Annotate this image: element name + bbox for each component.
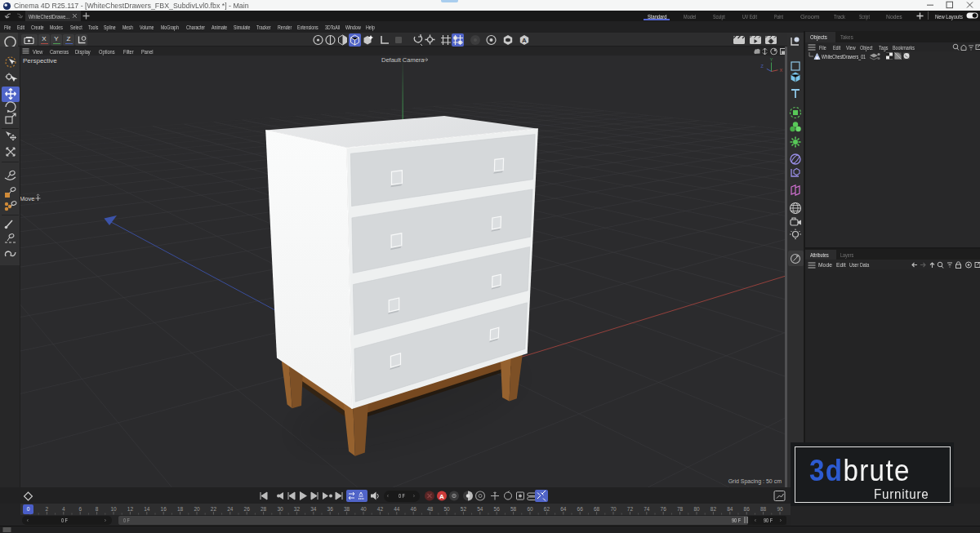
svg-text:4: 4	[62, 506, 65, 512]
svg-text:20: 20	[194, 506, 200, 512]
svg-text:58: 58	[510, 506, 517, 512]
svg-text:84: 84	[727, 506, 733, 512]
svg-text:80: 80	[693, 506, 700, 512]
svg-text:Move: Move	[20, 195, 34, 202]
svg-text:76: 76	[661, 506, 667, 512]
svg-text:Perspective: Perspective	[23, 57, 57, 64]
svg-text:34: 34	[310, 506, 317, 512]
svg-text:16: 16	[161, 506, 167, 512]
svg-text:56: 56	[494, 506, 501, 512]
svg-text:40: 40	[360, 506, 367, 512]
svg-text:32: 32	[294, 506, 301, 512]
svg-text:22: 22	[211, 506, 217, 512]
svg-text:82: 82	[710, 506, 717, 512]
svg-text:66: 66	[577, 506, 584, 512]
svg-text:78: 78	[677, 506, 684, 512]
svg-text:X: X	[780, 68, 783, 73]
svg-text:46: 46	[411, 506, 417, 512]
svg-text:60: 60	[527, 506, 533, 512]
svg-text:Grid Spacing : 50 cm: Grid Spacing : 50 cm	[728, 478, 782, 485]
svg-text:70: 70	[610, 506, 617, 512]
svg-text:24: 24	[227, 506, 234, 512]
svg-text:12: 12	[127, 506, 134, 512]
svg-text:62: 62	[544, 506, 550, 512]
svg-text:8: 8	[96, 506, 99, 512]
svg-text:36: 36	[327, 506, 334, 512]
svg-text:28: 28	[261, 506, 267, 512]
svg-text:26: 26	[244, 506, 251, 512]
svg-text:44: 44	[394, 506, 400, 512]
svg-text:64: 64	[560, 506, 567, 512]
svg-text:A: A	[522, 37, 527, 44]
svg-text:6: 6	[78, 506, 82, 512]
svg-text:90: 90	[777, 506, 783, 512]
svg-text:52: 52	[461, 506, 467, 512]
svg-text:14: 14	[144, 506, 150, 512]
svg-text:48: 48	[427, 506, 434, 512]
svg-text:88: 88	[760, 506, 767, 512]
svg-text:2: 2	[46, 506, 49, 512]
svg-text:18: 18	[177, 506, 184, 512]
svg-text:Y: Y	[770, 57, 773, 62]
svg-text:74: 74	[644, 506, 650, 512]
svg-text:30: 30	[277, 506, 283, 512]
svg-text:42: 42	[377, 506, 384, 512]
svg-text:38: 38	[344, 506, 350, 512]
svg-text:54: 54	[477, 506, 483, 512]
svg-text:50: 50	[443, 506, 450, 512]
svg-text:86: 86	[744, 506, 751, 512]
svg-text:10: 10	[110, 506, 117, 512]
svg-text:72: 72	[627, 506, 634, 512]
svg-text:A: A	[439, 493, 444, 500]
svg-text:68: 68	[594, 506, 600, 512]
svg-text:Default Camera: Default Camera	[381, 56, 425, 64]
